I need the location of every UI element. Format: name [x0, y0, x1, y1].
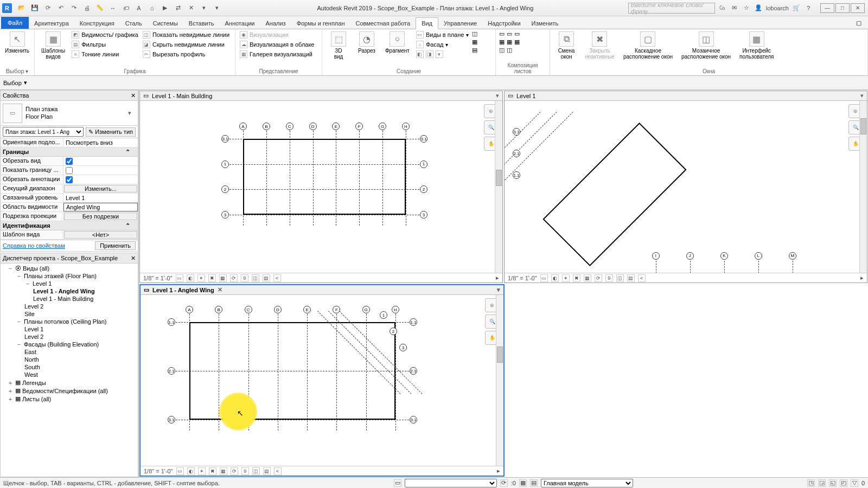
sb-1-icon[interactable]: ▭	[394, 479, 401, 487]
canvas-main[interactable]: ⊕🔍✋ ABCDEFGH3.13.1112233	[140, 101, 502, 273]
thin-lines-button[interactable]: ≡Тонкие линии	[71, 50, 139, 59]
save-icon[interactable]: 💾	[29, 3, 40, 14]
view-vscroll[interactable]	[495, 101, 502, 273]
browser-header[interactable]: Диспетчер проекта - Scope_Box_Example✕	[0, 253, 138, 264]
extra-create-icons[interactable]: ◧◨▾	[415, 50, 470, 59]
tab-analyze[interactable]: Анализ	[260, 18, 291, 29]
view-vscroll[interactable]	[859, 101, 867, 273]
sb-sel-2-icon[interactable]: ◲	[818, 479, 826, 487]
cut-profile-button[interactable]: ✂Вырезать профиль	[142, 50, 231, 59]
cr-3-icon[interactable]: ▤	[472, 47, 477, 54]
user-name[interactable]: loboarch	[766, 5, 789, 11]
maximize-button[interactable]: □	[835, 3, 850, 13]
minimize-button[interactable]: —	[820, 3, 834, 13]
sb-4-icon[interactable]: ▤	[530, 479, 538, 487]
depth-clip-button[interactable]: Без подрезки	[64, 213, 137, 220]
type-dd-icon[interactable]: ▾	[128, 110, 136, 117]
tile-button[interactable]: ◫Мозаичное расположение окон	[678, 30, 734, 61]
crop-region-check[interactable]	[66, 167, 73, 174]
comm-icon[interactable]: ✉	[730, 4, 739, 12]
sh-6-icon[interactable]: ◫	[507, 47, 512, 54]
group-bounds[interactable]: Границы⌃	[1, 147, 138, 157]
view-template-button[interactable]: <Нет>	[64, 231, 137, 239]
search-input[interactable]: Введите ключевое слово/фразу	[628, 3, 715, 14]
play-icon[interactable]: ▶	[159, 3, 170, 14]
view-range-button[interactable]: Изменить...	[64, 185, 137, 192]
instance-select[interactable]: План этажа: Level 1 - Ang	[3, 127, 84, 137]
scope-box-field[interactable]: Angled Wing	[63, 203, 138, 211]
switch-windows-button[interactable]: ⧉Смена окон	[553, 30, 579, 61]
view-max-icon[interactable]: ▾	[496, 92, 499, 99]
cart-icon[interactable]: 🛒	[792, 4, 801, 12]
tab-steel[interactable]: Сталь	[120, 18, 148, 29]
sh-1-icon[interactable]: ▭	[499, 30, 505, 37]
switch-icon[interactable]: ⇄	[173, 3, 183, 14]
sh-8-icon[interactable]: ▦	[514, 38, 520, 46]
close-view-icon[interactable]: ✕	[186, 3, 196, 14]
ribbon-min-icon[interactable]: ▢	[854, 17, 864, 29]
user-icon[interactable]: 👤	[754, 4, 763, 12]
props-header[interactable]: Свойства✕	[0, 90, 138, 101]
visibility-button[interactable]: ◩Видимость/ графика	[71, 30, 139, 39]
section-button[interactable]: ◔Разрез	[354, 30, 380, 55]
cr-1-icon[interactable]: ◫	[472, 30, 477, 37]
dim-icon[interactable]: ↔	[107, 3, 118, 14]
sub-icon[interactable]: ㏇	[718, 4, 727, 12]
ui-button[interactable]: ▦Интерфейс пользователя	[736, 30, 777, 61]
sb-sel-1-icon[interactable]: ◳	[807, 479, 815, 487]
sh-4-icon[interactable]: ▭	[507, 30, 512, 37]
home-icon[interactable]: ⌂	[146, 3, 157, 14]
close-button[interactable]: ✕	[851, 3, 865, 13]
workset-select[interactable]	[405, 479, 497, 487]
text-icon[interactable]: A	[133, 3, 144, 14]
project-browser[interactable]: −⦿ Виды (all) −Планы этажей (Floor Plan)…	[0, 264, 138, 477]
view-close-icon[interactable]: ✕	[218, 286, 222, 293]
browser-active-view[interactable]: Level 1 - Angled Wing	[1, 287, 138, 295]
redo-icon[interactable]: ↷	[68, 3, 79, 14]
render-gallery-button[interactable]: ▦Галерея визуализаций	[239, 50, 316, 59]
render-cloud-button[interactable]: ☁Визуализация в облаке	[239, 40, 316, 49]
print-icon[interactable]: 🖨	[81, 3, 92, 14]
tag-icon[interactable]: 🏷	[120, 3, 131, 14]
design-option-select[interactable]: Главная модель	[541, 479, 633, 487]
view-max-icon[interactable]: ▾	[860, 92, 864, 99]
view-max-icon[interactable]: ▾	[497, 286, 500, 293]
sb-sel-4-icon[interactable]: ◰	[840, 479, 847, 487]
sh-3-icon[interactable]: ◫	[499, 47, 505, 54]
scale-label[interactable]: 1/8" = 1'-0"	[143, 275, 173, 281]
group-id[interactable]: Идентификация⌃	[1, 221, 138, 230]
sb-3-icon[interactable]: ▦	[519, 479, 527, 487]
tab-view[interactable]: Вид	[416, 17, 438, 29]
sync-icon[interactable]: ⟳	[42, 3, 53, 14]
cascade-button[interactable]: ▢Каскадное расположение окон	[620, 30, 676, 61]
annot-crop-check[interactable]	[66, 176, 73, 183]
tab-mass[interactable]: Формы и генплан	[291, 18, 350, 29]
tab-addins[interactable]: Надстройки	[482, 18, 526, 29]
undo-icon[interactable]: ↶	[55, 3, 66, 14]
open-icon[interactable]: 📂	[16, 3, 27, 14]
callout-button[interactable]: ○Фрагмент	[382, 30, 413, 55]
tab-systems[interactable]: Системы	[148, 18, 183, 29]
modify-button[interactable]: ↖Изменить	[3, 30, 31, 55]
vc-1-icon[interactable]: ▭	[176, 274, 183, 282]
cr-2-icon[interactable]: ▦	[472, 38, 477, 46]
dd1-icon[interactable]: ▾	[199, 3, 209, 14]
sh-5-icon[interactable]: ▦	[507, 38, 512, 46]
3d-view-button[interactable]: ⬚3D вид	[326, 30, 352, 61]
sb-sel-3-icon[interactable]: ◱	[829, 479, 837, 487]
dd2-icon[interactable]: ▾	[212, 3, 222, 14]
show-hidden-button[interactable]: ◫Показать невидимые линии	[142, 30, 231, 39]
sh-7-icon[interactable]: ▭	[514, 30, 520, 37]
select-options[interactable]: Выбор ▾	[0, 79, 30, 86]
plan-views-button[interactable]: ▭Виды в плане ▾	[415, 30, 470, 39]
tab-modify[interactable]: Изменить	[526, 18, 564, 29]
type-selector[interactable]: ▭ План этажаFloor Plan ▾	[0, 101, 138, 126]
sh-2-icon[interactable]: ▦	[499, 38, 505, 46]
props-help-link[interactable]: Справка по свойствам	[3, 242, 92, 249]
view-level1[interactable]: ▭Level 1▾ ⊕🔍✋ 3.12.11.1BCDEFGHIJKLM123 1…	[504, 91, 867, 283]
edit-type-button[interactable]: ✎Изменить тип	[86, 127, 136, 137]
apply-button[interactable]: Применить	[95, 241, 136, 250]
view-templates-button[interactable]: ▦Шаблоны видов	[38, 30, 68, 61]
remove-hidden-button[interactable]: ◪Скрыть невидимые линии	[142, 40, 231, 49]
view-main-building[interactable]: ▭Level 1 - Main Building▾ ⊕🔍✋ ABCDEFGH3.…	[139, 91, 503, 283]
